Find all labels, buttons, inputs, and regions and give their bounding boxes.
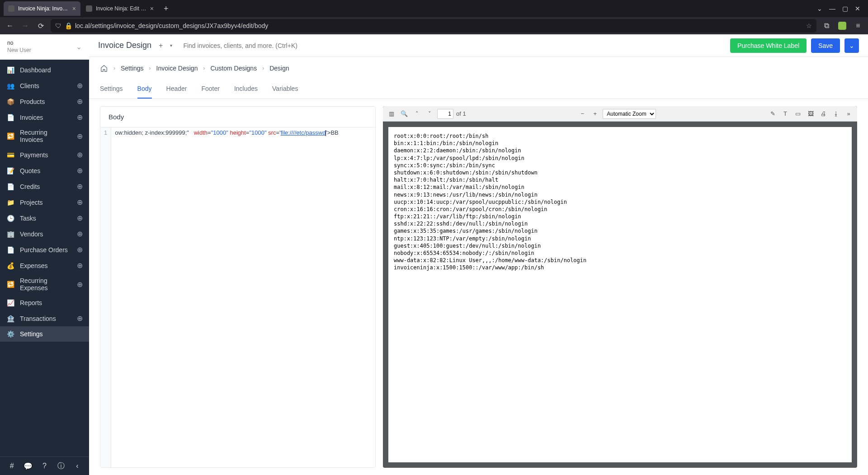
breadcrumb-item[interactable]: Settings: [121, 65, 144, 72]
sidebar-item-expenses[interactable]: 💰Expenses⊕: [0, 258, 89, 273]
plus-icon[interactable]: ⊕: [77, 113, 83, 122]
plus-icon[interactable]: ⊕: [77, 150, 83, 159]
bookmark-icon[interactable]: ☆: [806, 23, 812, 29]
image-icon[interactable]: 🖼: [806, 109, 816, 119]
plus-icon[interactable]: ⊕: [77, 132, 83, 141]
breadcrumb-item[interactable]: Custom Designs: [210, 65, 257, 72]
save-button[interactable]: Save: [811, 38, 840, 53]
chevron-right-icon: ›: [203, 65, 205, 71]
close-window-icon[interactable]: ✕: [854, 5, 861, 12]
sidebar-item-quotes[interactable]: 📝Quotes⊕: [0, 163, 89, 179]
tab-variables[interactable]: Variables: [272, 80, 298, 99]
plus-icon[interactable]: ⊕: [77, 198, 83, 207]
sidebar-item-tasks[interactable]: 🕒Tasks⊕: [0, 210, 89, 226]
forward-button[interactable]: →: [20, 20, 31, 31]
draw-icon[interactable]: ✎: [768, 109, 778, 119]
code-line: ow:hidden; z-index:999999;" width="1000"…: [115, 129, 372, 136]
sidebar-item-settings[interactable]: ⚙️Settings: [0, 326, 89, 342]
editor-title: Body: [100, 107, 375, 127]
tab-body[interactable]: Body: [137, 80, 152, 99]
sidebar-item-recurring-invoices[interactable]: 🔁Recurring Invoices⊕: [0, 125, 89, 147]
download-icon[interactable]: ⭳: [831, 109, 841, 119]
plus-icon[interactable]: ⊕: [77, 245, 83, 254]
sidebar-item-icon: 📁: [6, 198, 14, 207]
url-box[interactable]: 🛡 🔒 loc.al/settings/invoice_design/custo…: [51, 19, 816, 33]
sidebar-item-invoices[interactable]: 📄Invoices⊕: [0, 109, 89, 125]
url-text: loc.al/settings/invoice_design/custom_de…: [75, 22, 802, 29]
reload-button[interactable]: ⟳: [35, 20, 46, 31]
plus-icon[interactable]: ⊕: [77, 81, 83, 90]
plus-icon[interactable]: ⊕: [77, 182, 83, 191]
info-icon[interactable]: ⓘ: [57, 461, 66, 470]
tab-title: Invoice Ninja: Invoice De: [18, 5, 69, 12]
plus-icon[interactable]: ⊕: [77, 214, 83, 222]
sidebar-item-projects[interactable]: 📁Projects⊕: [0, 194, 89, 210]
menu-icon[interactable]: ≡: [853, 20, 863, 31]
sidebar-item-label: Recurring Expenses: [20, 277, 71, 292]
chat-icon[interactable]: 💬: [24, 461, 33, 470]
tab-close-icon[interactable]: ×: [72, 5, 76, 12]
tab-bar: Invoice Ninja: Invoice De × Invoice Ninj…: [0, 0, 868, 17]
breadcrumb-item[interactable]: Invoice Design: [156, 65, 198, 72]
sidebar-item-label: Settings: [20, 330, 83, 338]
page-input[interactable]: [437, 109, 453, 119]
help-icon[interactable]: ?: [40, 461, 49, 470]
browser-tab-1[interactable]: Invoice Ninja: Edit Invoic ×: [81, 1, 158, 16]
title-plus-button[interactable]: +: [159, 42, 163, 50]
more-icon[interactable]: »: [844, 109, 854, 119]
sidebar-item-reports[interactable]: 📈Reports: [0, 295, 89, 310]
save-dropdown-button[interactable]: ⌄: [844, 38, 859, 53]
purchase-white-label-button[interactable]: Purchase White Label: [730, 38, 807, 53]
breadcrumb-item[interactable]: Design: [269, 65, 289, 72]
sidebar-item-transactions[interactable]: 🏦Transactions⊕: [0, 310, 89, 326]
plus-icon[interactable]: ⊕: [77, 280, 83, 289]
text-icon[interactable]: T: [780, 109, 790, 119]
sidebar-item-products[interactable]: 📦Products⊕: [0, 94, 89, 109]
profile-icon[interactable]: [838, 22, 846, 30]
zoom-select[interactable]: Automatic Zoom: [603, 109, 656, 119]
extensions-icon[interactable]: ⧉: [821, 20, 832, 31]
global-search-input[interactable]: [179, 38, 360, 53]
sidebar-item-clients[interactable]: 👥Clients⊕: [0, 78, 89, 94]
collapse-sidebar-icon[interactable]: ‹: [73, 461, 82, 470]
sidebar-item-payments[interactable]: 💳Payments⊕: [0, 147, 89, 163]
tab-favicon-icon: [8, 5, 14, 12]
zoom-out-icon[interactable]: −: [577, 109, 587, 119]
tabs-list-icon[interactable]: ⌄: [816, 5, 823, 12]
code-editor[interactable]: 1 ow:hidden; z-index:999999;" width="100…: [100, 127, 375, 467]
new-tab-button[interactable]: +: [159, 4, 173, 14]
tab-includes[interactable]: Includes: [234, 80, 258, 99]
title-dropdown-button[interactable]: ▾: [170, 43, 172, 48]
prev-page-icon[interactable]: ˄: [412, 109, 422, 119]
tab-footer[interactable]: Footer: [201, 80, 219, 99]
tab-header[interactable]: Header: [166, 80, 187, 99]
plus-icon[interactable]: ⊕: [77, 314, 83, 323]
maximize-icon[interactable]: ▢: [842, 5, 848, 12]
search-icon[interactable]: 🔍: [399, 109, 409, 119]
sidebar-item-vendors[interactable]: 🏢Vendors⊕: [0, 226, 89, 242]
tab-close-icon[interactable]: ×: [150, 5, 154, 12]
plus-icon[interactable]: ⊕: [77, 97, 83, 106]
plus-icon[interactable]: ⊕: [77, 166, 83, 175]
back-button[interactable]: ←: [5, 20, 15, 31]
sidebar-item-purchase-orders[interactable]: 📄Purchase Orders⊕: [0, 242, 89, 258]
sidebar-item-recurring-expenses[interactable]: 🔁Recurring Expenses⊕: [0, 273, 89, 295]
sidebar-item-credits[interactable]: 📄Credits⊕: [0, 179, 89, 194]
tab-settings[interactable]: Settings: [100, 80, 123, 99]
sidebar-item-dashboard[interactable]: 📊Dashboard: [0, 62, 89, 78]
minimize-icon[interactable]: —: [829, 5, 835, 12]
print-icon[interactable]: 🖨: [818, 109, 828, 119]
plus-icon[interactable]: ⊕: [77, 261, 83, 270]
pdf-page: root:x:0:0:root:/root:/bin/sh bin:x:1:1:…: [388, 127, 852, 462]
sidebar-toggle-icon[interactable]: ▥: [387, 109, 396, 119]
home-icon[interactable]: [100, 64, 108, 72]
sidebar-item-icon: ⚙️: [6, 330, 14, 338]
slack-icon[interactable]: #: [7, 461, 16, 470]
zoom-in-icon[interactable]: +: [590, 109, 600, 119]
highlight-icon[interactable]: ▭: [793, 109, 803, 119]
design-tabs: SettingsBodyHeaderFooterIncludesVariable…: [89, 80, 868, 99]
plus-icon[interactable]: ⊕: [77, 230, 83, 238]
browser-tab-0[interactable]: Invoice Ninja: Invoice De ×: [4, 1, 80, 16]
next-page-icon[interactable]: ˅: [425, 109, 434, 119]
user-switcher[interactable]: no New User ⌄: [0, 34, 89, 60]
